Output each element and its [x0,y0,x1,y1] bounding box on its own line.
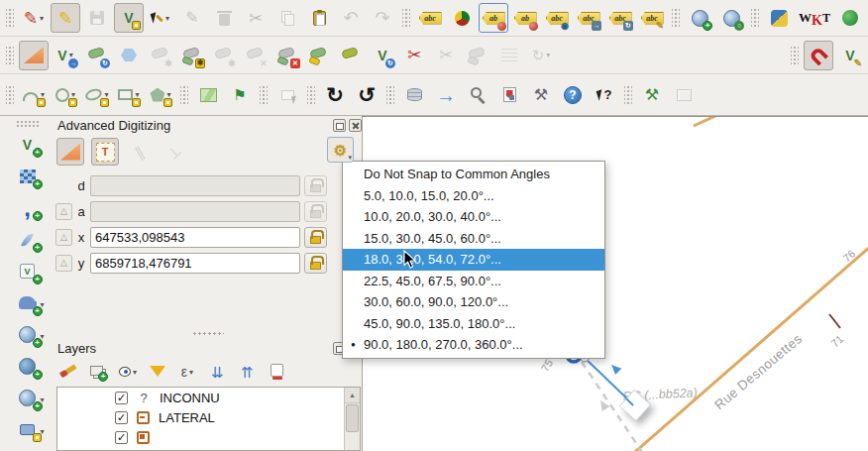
layer-diagram-options-button[interactable] [447,3,477,33]
add-vector-layer-button[interactable]: V+ [11,129,45,160]
add-delimited-text-layer-button[interactable]: ,+ [11,192,45,223]
menu-item-6[interactable]: 22.5, 45.0, 67.5, 90.0°... [343,271,604,292]
paste-features-button[interactable] [304,3,334,33]
lock-x-button[interactable] [304,227,327,248]
vertex-tool-all-layers-button[interactable]: V✎ [835,41,865,70]
menu-item-1[interactable]: Do Not Snap to Common Angles [343,164,604,185]
add-virtual-layer-button[interactable]: ▾ [11,414,45,445]
metasearch-add-service-button[interactable]: + [685,3,714,33]
remove-layer-button[interactable] [265,360,288,384]
wkt-plugin-button[interactable]: WKT [796,3,833,33]
vertex-tool-button[interactable]: ▾ [146,3,175,33]
layer-item[interactable]: ✓LATERAL [57,407,360,427]
adv-enable-button[interactable] [56,138,84,166]
scroll-up-arrow[interactable]: ▲ [345,388,360,403]
lock-y-button[interactable] [304,253,327,274]
layer-checkbox[interactable]: ✓ [115,392,128,404]
collapse-all-button[interactable]: ⇈ [235,360,259,384]
toolbar-handle[interactable] [260,84,268,106]
menu-item-3[interactable]: 10.0, 20.0, 30.0, 40.0°... [343,206,604,228]
open-layer-styling-button[interactable] [56,360,80,384]
move-feature-button[interactable]: V→▾ [51,41,80,70]
layer-labeling-options-button[interactable]: abc [415,3,445,33]
export-pdf-button[interactable] [494,80,524,110]
add-group-button[interactable]: + [86,360,110,384]
python-console-button[interactable] [764,3,794,33]
construction-mode-button[interactable]: T [91,138,119,166]
reshape-features-button[interactable] [304,41,334,70]
menu-item-2[interactable]: 5.0, 10.0, 15.0, 20.0°... [343,185,604,207]
digitize-with-segment-button[interactable]: V [114,3,144,33]
circular-string-tool-button[interactable]: ▾ [19,80,49,110]
menu-item-5[interactable]: 18.0, 36.0, 54.0, 72.0°... [343,249,604,271]
refresh-clockwise-button[interactable]: ↻ [320,80,350,110]
panel-splitter-handle[interactable] [192,331,224,337]
move-label-button[interactable]: abc→ [574,3,603,33]
metasearch-button[interactable]: ○ [716,3,746,33]
layer-checkbox[interactable]: ✓ [115,431,128,444]
plugin-green-button[interactable] [835,3,865,33]
filter-legend-button[interactable] [146,360,169,384]
add-postgis-layer-button[interactable]: +▾ [11,287,45,318]
snap-angles-settings-button[interactable]: ⚙ ▾ [327,137,354,163]
toolbar-handle[interactable] [16,120,40,128]
toolbar-handle[interactable] [402,7,410,29]
layer-item[interactable]: ✓?INCONNU [57,388,360,407]
rotate-feature-button[interactable]: ↻ [82,41,112,70]
zoom-search-button[interactable] [463,80,492,110]
offset-curve-button[interactable] [336,41,366,70]
menu-item-4[interactable]: 15.0, 30.0, 45.0, 60.0°... [343,228,604,250]
toggle-editing-button[interactable]: ✎ [51,3,80,33]
data-import-button[interactable]: → [431,80,461,110]
help-button[interactable]: ? [558,80,588,110]
manage-map-themes-button[interactable]: ▾ [116,360,140,384]
menu-item-8[interactable]: 45.0, 90.0, 135.0, 180.0°... [343,313,604,335]
add-raster-layer-button[interactable]: + [11,161,45,191]
new-shapefile-layer-button[interactable]: V+ [11,256,45,286]
pin-unpin-labels-button[interactable]: ab [479,3,508,33]
add-wcs-layer-button[interactable]: + [11,351,45,382]
close-panel-icon[interactable] [349,119,362,132]
toolbar-handle[interactable] [751,7,759,29]
toolbar-handle[interactable] [180,84,188,106]
rotate-label-button[interactable]: abc↻ [605,3,635,33]
circle-tool-button[interactable]: ▾ [51,80,80,110]
enable-advanced-digitizing-button[interactable] [19,41,49,70]
menu-item-7[interactable]: 30.0, 60.0, 90.0, 120.0°... [343,291,604,313]
change-label-button[interactable]: abc✎ [637,3,667,33]
x-input[interactable] [90,227,300,248]
toolbar-handle[interactable] [6,84,14,106]
show-hide-labels-button[interactable]: abc◉ [542,3,572,33]
add-part-button[interactable]: ✱ [177,41,207,70]
refresh-counterclockwise-button[interactable]: ↺ [352,80,381,110]
highlight-pinned-labels-button[interactable]: ab [510,3,540,33]
reverse-line-button[interactable]: V↻ [368,41,397,70]
toolbar-handle[interactable] [6,45,14,66]
toolbar-handle[interactable] [307,84,315,106]
delete-part-button[interactable]: ✕ [272,41,302,70]
add-wms-layer-button[interactable]: +▾ [11,319,45,350]
processing-toolbox-button[interactable]: ⚒ [637,80,667,110]
add-wfs-layer-button[interactable]: +▾ [11,383,45,413]
whats-this-button[interactable]: ? [590,80,619,110]
layer-item[interactable]: ✓ [57,427,360,447]
toolbar-handle[interactable] [624,84,632,106]
expand-all-button[interactable]: ⇊ [205,360,229,384]
filter-by-expression-button[interactable]: ε▾ [175,360,199,384]
current-edits-button[interactable]: ✎▾ [19,3,49,33]
toolbar-handle[interactable] [791,45,799,66]
db-manager-button[interactable] [399,80,429,110]
scrollbar-thumb[interactable] [346,404,359,432]
scrollbar[interactable]: ▲ [344,388,360,450]
annotation-tool-button[interactable]: ⚑ [225,80,255,110]
toolbar-handle[interactable] [672,7,680,29]
options-toolbox-button[interactable]: ⚒ [526,80,556,110]
regular-polygon-tool-button[interactable]: ▾ [146,80,175,110]
float-panel-icon[interactable] [333,119,346,132]
layer-checkbox[interactable]: ✓ [115,411,128,424]
ellipse-tool-button[interactable]: ▾ [82,80,112,110]
split-features-button[interactable]: ✂ [399,41,429,70]
toolbar-handle[interactable] [6,7,14,29]
toolbar-handle[interactable] [386,84,394,106]
georeferencer-button[interactable] [193,80,223,110]
